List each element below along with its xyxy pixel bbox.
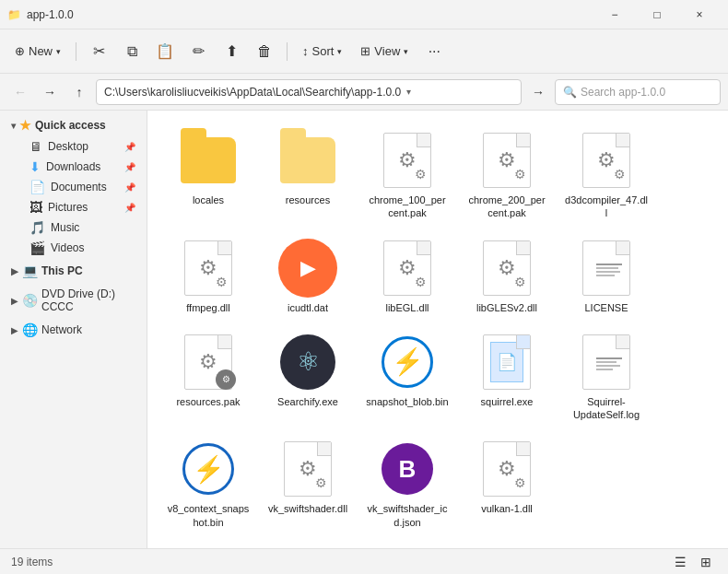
view-icon: ⊞ <box>360 44 370 58</box>
minimize-button[interactable]: − <box>593 0 636 29</box>
up-button[interactable]: ↑ <box>66 79 92 105</box>
icudtl-name: icudtl.dat <box>288 301 328 314</box>
quick-access-header[interactable]: ▾ ★ Quick access <box>4 114 143 136</box>
file-item-libGLESv2[interactable]: ⚙ ⚙ libGLESv2.dll <box>461 233 553 320</box>
pak-icon-100: ⚙ ⚙ <box>383 133 431 188</box>
copy-button[interactable]: ⧉ <box>117 37 147 66</box>
status-bar: 19 items ☰ ⊞ <box>0 548 728 574</box>
dll-icon-libegl: ⚙ ⚙ <box>383 240 431 296</box>
sidebar-item-music[interactable]: 🎵 Music <box>4 217 143 238</box>
network-chevron: ▶ <box>11 325 18 335</box>
sidebar-item-pictures-label: Pictures <box>48 201 88 214</box>
search-box[interactable]: 🔍 Search app-1.0.0 <box>555 79 721 105</box>
network-icon: 🌐 <box>22 322 38 337</box>
close-button[interactable]: × <box>678 0 721 29</box>
new-chevron-icon: ▾ <box>56 47 61 56</box>
title-bar-controls: − □ × <box>593 0 721 29</box>
more-button[interactable]: ··· <box>419 37 449 66</box>
file-item-license[interactable]: LICENSE <box>560 233 652 320</box>
search-placeholder: Search app-1.0.0 <box>581 86 665 99</box>
electron-app-icon: ⚛ <box>280 334 335 390</box>
new-button[interactable]: ⊕ New ▾ <box>7 37 68 66</box>
list-view-button[interactable]: ☰ <box>669 552 691 572</box>
view-label: View <box>374 44 400 58</box>
gear-icon-libegl: ⚙ <box>398 258 417 278</box>
address-dropdown-icon[interactable]: ▾ <box>406 87 411 97</box>
forward-button[interactable]: → <box>37 79 63 105</box>
sidebar-item-documents[interactable]: 📄 Documents 📌 <box>4 177 143 197</box>
license-icon <box>577 239 636 298</box>
back-button[interactable]: ← <box>7 79 33 105</box>
go-button[interactable]: → <box>525 79 551 105</box>
sidebar-item-documents-label: Documents <box>51 181 107 193</box>
vk-dll-icon: ⚙ ⚙ <box>278 439 337 498</box>
status-right: ☰ ⊞ <box>669 552 717 572</box>
music-icon: 🎵 <box>29 220 45 235</box>
rename-button[interactable]: ✏ <box>183 37 213 66</box>
cut-button[interactable]: ✂ <box>84 37 113 66</box>
file-item-vk-json[interactable]: B vk_swiftshader_icd.json <box>361 434 453 534</box>
paste-button[interactable]: 📋 <box>150 37 180 66</box>
file-item-searchify[interactable]: ⚛ Searchify.exe <box>262 327 354 428</box>
file-item-ffmpeg[interactable]: ⚙ ⚙ ffmpeg.dll <box>162 233 254 320</box>
this-pc-section: ▶ 💻 This PC <box>0 260 147 282</box>
window-title: app-1.0.0 <box>27 8 74 21</box>
grid-view-button[interactable]: ⊞ <box>695 552 717 572</box>
log-lines <box>596 356 622 372</box>
share-button[interactable]: ⬆ <box>217 37 246 66</box>
sidebar-item-downloads[interactable]: ⬇ Downloads 📌 <box>4 157 143 177</box>
file-item-vulkan[interactable]: ⚙ ⚙ vulkan-1.dll <box>461 434 553 534</box>
sidebar-item-desktop[interactable]: 🖥 Desktop 📌 <box>4 136 143 157</box>
gear2-icon-vulkan: ⚙ <box>514 475 526 490</box>
pak-icon-200: ⚙ ⚙ <box>483 133 531 188</box>
toolbar-separator-2 <box>287 42 288 61</box>
network-header[interactable]: ▶ 🌐 Network <box>4 319 143 341</box>
v8-bin-icon: ⚡ <box>182 443 234 495</box>
file-item-squirrel-log[interactable]: Squirrel-UpdateSelf.log <box>560 327 652 428</box>
this-pc-header[interactable]: ▶ 💻 This PC <box>4 260 143 282</box>
dll-icon-vulkan: ⚙ ⚙ <box>483 441 531 497</box>
squirrel-log-icon <box>577 333 636 392</box>
searchify-icon: ⚛ <box>278 333 337 392</box>
view-chevron-icon: ▾ <box>404 47 408 56</box>
gear-icon-vk: ⚙ <box>299 459 317 479</box>
dvd-header[interactable]: ▶ 💿 DVD Drive (D:) CCCC <box>4 284 143 317</box>
vk-json-icon: B <box>378 439 437 498</box>
file-item-resources-pak[interactable]: ⚙ ⚙ ⚙ resources.pak <box>162 327 254 428</box>
file-item-squirrel[interactable]: 📄 squirrel.exe <box>461 327 553 428</box>
file-item-d3dcompiler[interactable]: ⚙ ⚙ d3dcompiler_47.dll <box>560 125 652 226</box>
file-item-v8context[interactable]: ⚡ v8_context_snapshot.bin <box>162 434 254 534</box>
dvd-section: ▶ 💿 DVD Drive (D:) CCCC <box>0 284 147 317</box>
file-grid: locales resources ⚙ ⚙ chrome_100_per cen… <box>162 125 713 534</box>
file-item-chrome100[interactable]: ⚙ ⚙ chrome_100_per cent.pak <box>361 125 453 226</box>
toolbar-separator-1 <box>76 42 76 61</box>
file-item-snapshot[interactable]: ⚡ snapshot_blob.bin <box>361 327 453 428</box>
title-bar-left: 📁 app-1.0.0 <box>7 8 74 21</box>
sidebar-item-pictures[interactable]: 🖼 Pictures 📌 <box>4 197 143 217</box>
dvd-label: DVD Drive (D:) CCCC <box>41 287 135 313</box>
file-item-libEGL[interactable]: ⚙ ⚙ libEGL.dll <box>361 233 453 320</box>
sidebar-item-videos[interactable]: 🎬 Videos <box>4 238 143 258</box>
file-item-resources[interactable]: resources <box>262 125 354 226</box>
gear2-icon-libegl: ⚙ <box>415 275 427 289</box>
view-button[interactable]: ⊞ View ▾ <box>353 37 416 66</box>
txt-file-icon <box>582 240 630 296</box>
vk-dll-name: vk_swiftshader.dll <box>268 502 347 515</box>
libGLESv2-name: libGLESv2.dll <box>476 301 537 314</box>
file-item-vk-dll[interactable]: ⚙ ⚙ vk_swiftshader.dll <box>262 434 354 534</box>
sidebar: ▾ ★ Quick access 🖥 Desktop 📌 ⬇ Downloads… <box>0 111 147 548</box>
gear-icon-200: ⚙ <box>498 150 516 170</box>
file-item-icudtl[interactable]: ▶ icudtl.dat <box>262 233 354 320</box>
file-item-chrome200[interactable]: ⚙ ⚙ chrome_200_per cent.pak <box>461 125 553 226</box>
delete-button[interactable]: 🗑 <box>250 37 279 66</box>
gear2-icon: ⚙ <box>415 167 427 182</box>
maximize-button[interactable]: □ <box>636 0 678 29</box>
sort-button[interactable]: ↕ Sort ▾ <box>295 37 349 66</box>
quick-access-section: ▾ ★ Quick access 🖥 Desktop 📌 ⬇ Downloads… <box>0 114 147 258</box>
quick-access-label: Quick access <box>35 119 106 132</box>
log-file-icon <box>582 334 630 390</box>
videos-icon: 🎬 <box>29 240 45 255</box>
address-input[interactable]: C:\Users\karolisliucveikis\AppData\Local… <box>96 79 522 105</box>
sort-chevron-icon: ▾ <box>337 47 342 56</box>
file-item-locales[interactable]: locales <box>162 125 254 226</box>
